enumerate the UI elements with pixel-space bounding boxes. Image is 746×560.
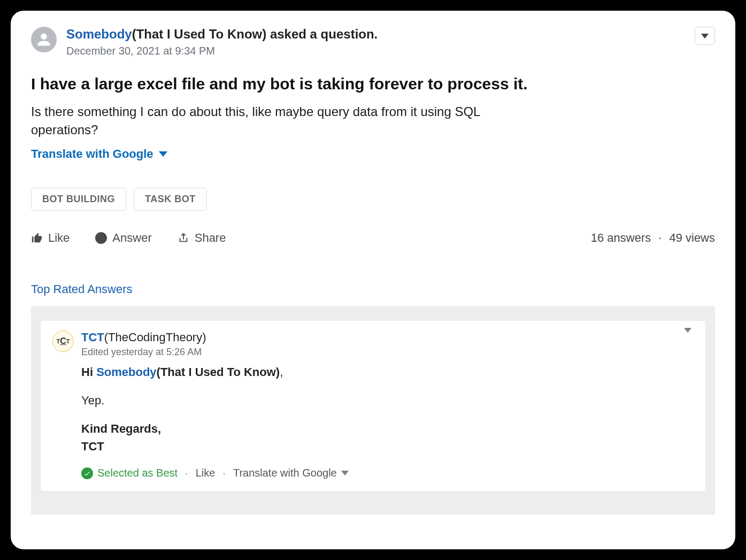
answer-translate-button[interactable]: Translate with Google xyxy=(233,467,349,479)
question-body: Is there something I can do about this, … xyxy=(31,103,491,140)
thumb-up-icon xyxy=(31,232,43,244)
signoff-line-1: Kind Regards, xyxy=(81,420,694,438)
stats-separator: · xyxy=(657,231,663,245)
interaction-row: Like Answer Share 16 answers · 49 views xyxy=(31,231,715,245)
top-rated-answers-label: Top Rated Answers xyxy=(31,282,715,296)
tag-bot-building[interactable]: BOT BUILDING xyxy=(31,188,126,211)
post-date: December 30, 2021 at 9:34 PM xyxy=(66,45,715,57)
question-title: I have a large excel file and my bot is … xyxy=(31,73,715,95)
asker-avatar[interactable] xyxy=(31,27,57,52)
forum-post-card: Somebody(That I Used To Know) asked a qu… xyxy=(11,11,735,549)
share-button[interactable]: Share xyxy=(178,231,226,245)
asker-text-block: Somebody(That I Used To Know) asked a qu… xyxy=(66,27,715,57)
share-label: Share xyxy=(195,231,226,245)
answerer-name-link[interactable]: TCT xyxy=(81,331,104,344)
signoff-line-2: TCT xyxy=(81,438,694,455)
answer-card: TCT TCT(TheCodingTheory) Edited yesterda… xyxy=(41,321,705,491)
tag-task-bot[interactable]: TASK BOT xyxy=(134,188,207,211)
like-label: Like xyxy=(48,231,70,245)
like-button[interactable]: Like xyxy=(31,231,70,245)
answerer-subtitle: (TheCodingTheory) xyxy=(104,331,206,344)
chevron-down-icon xyxy=(341,471,349,475)
answer-like-button[interactable]: Like xyxy=(196,467,216,479)
separator: · xyxy=(185,467,188,479)
post-stats: 16 answers · 49 views xyxy=(591,231,715,245)
question-header: Somebody(That I Used To Know) asked a qu… xyxy=(31,27,715,57)
mention-link[interactable]: Somebody xyxy=(96,365,156,379)
share-icon xyxy=(178,232,189,244)
answers-section: TCT TCT(TheCodingTheory) Edited yesterda… xyxy=(31,306,715,515)
answer-label: Answer xyxy=(112,231,151,245)
answers-count: 16 answers xyxy=(591,231,651,245)
greeting-prefix: Hi xyxy=(81,365,96,379)
asker-line: Somebody(That I Used To Know) asked a qu… xyxy=(66,27,715,42)
asked-suffix: asked a question. xyxy=(266,27,378,41)
person-icon xyxy=(36,32,51,47)
answer-actions: Selected as Best · Like · Translate with… xyxy=(81,467,694,479)
tags-row: BOT BUILDING TASK BOT xyxy=(31,188,715,211)
asker-subtitle: (That I Used To Know) xyxy=(132,27,267,41)
answer-meta: TCT(TheCodingTheory) Edited yesterday at… xyxy=(81,331,674,358)
selected-as-best-badge: Selected as Best xyxy=(81,467,178,479)
mention-subtitle: (That I Used To Know) xyxy=(157,365,280,379)
chevron-down-icon xyxy=(159,151,167,157)
answerer-line: TCT(TheCodingTheory) xyxy=(81,331,674,344)
answer-menu-button[interactable] xyxy=(682,331,694,344)
post-menu-button[interactable] xyxy=(695,27,715,45)
answer-translate-label: Translate with Google xyxy=(233,467,337,479)
answer-header: TCT TCT(TheCodingTheory) Edited yesterda… xyxy=(52,331,694,358)
selected-as-best-label: Selected as Best xyxy=(97,467,178,479)
greeting-line: Hi Somebody(That I Used To Know), xyxy=(81,363,694,381)
asker-name-link[interactable]: Somebody xyxy=(66,27,132,41)
mention-trailing: , xyxy=(280,365,283,379)
chevron-down-icon xyxy=(701,34,709,39)
edited-timestamp: Edited yesterday at 5:26 AM xyxy=(81,347,674,358)
answer-button[interactable]: Answer xyxy=(95,231,151,245)
views-count: 49 views xyxy=(669,231,715,245)
speech-bubble-icon xyxy=(95,232,107,244)
answer-body: Hi Somebody(That I Used To Know), Yep. K… xyxy=(81,363,694,455)
separator: · xyxy=(222,467,226,479)
translate-label: Translate with Google xyxy=(31,147,153,161)
answerer-avatar[interactable]: TCT xyxy=(52,331,74,352)
check-circle-icon xyxy=(81,467,93,479)
translate-button[interactable]: Translate with Google xyxy=(31,147,167,161)
signoff: Kind Regards, TCT xyxy=(81,420,694,455)
answer-text: Yep. xyxy=(81,392,694,409)
chevron-down-icon xyxy=(684,328,691,342)
